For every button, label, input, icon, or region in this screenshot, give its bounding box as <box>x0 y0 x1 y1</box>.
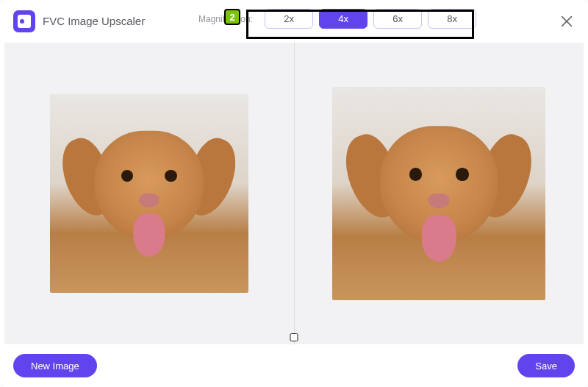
footer-bar: New Image Save <box>0 344 588 387</box>
upscaled-image-pane <box>295 43 584 344</box>
magnification-8x-button[interactable]: 8x <box>428 9 476 29</box>
app-logo-icon <box>13 10 35 32</box>
close-button[interactable] <box>559 13 575 29</box>
content-area <box>4 43 584 344</box>
close-icon <box>559 13 575 29</box>
compare-slider-handle[interactable] <box>290 333 298 341</box>
magnification-6x-button[interactable]: 6x <box>373 9 422 29</box>
app-title: FVC Image Upscaler <box>43 15 145 27</box>
upscaled-image[interactable] <box>332 87 545 300</box>
header-bar: FVC Image Upscaler Magnification: 2x 4x … <box>0 0 588 43</box>
tutorial-step-badge: 2 <box>224 9 240 25</box>
original-image[interactable] <box>50 94 248 293</box>
magnification-2x-button[interactable]: 2x <box>265 9 313 29</box>
original-image-pane <box>4 43 294 344</box>
magnification-4x-button[interactable]: 4x <box>319 9 368 29</box>
brand: FVC Image Upscaler <box>13 10 145 32</box>
save-button[interactable]: Save <box>517 354 575 377</box>
new-image-button[interactable]: New Image <box>13 354 97 377</box>
magnification-options: 2x 4x 6x 8x <box>265 9 476 29</box>
app-window: FVC Image Upscaler Magnification: 2x 4x … <box>0 0 588 387</box>
